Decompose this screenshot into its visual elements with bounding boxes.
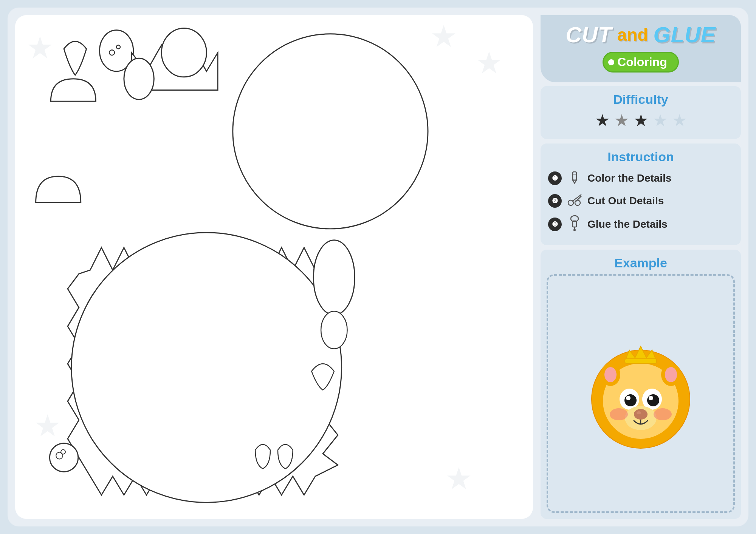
step-2-text: Cut Out Details bbox=[587, 195, 664, 207]
step-3-text: Glue the Details bbox=[587, 218, 668, 230]
difficulty-label: Difficulty bbox=[547, 92, 735, 107]
title-block: CUT and GLUE Coloring bbox=[541, 15, 741, 82]
star-5: ★ bbox=[672, 111, 687, 130]
star-4: ★ bbox=[653, 111, 668, 130]
svg-point-3 bbox=[161, 28, 206, 77]
step-3-item: ❸ Glue the Details bbox=[548, 215, 733, 234]
step-3-num: ❸ bbox=[548, 218, 562, 231]
svg-point-39 bbox=[634, 409, 648, 420]
coloring-label: Coloring bbox=[617, 55, 667, 69]
step-1-num: ❶ bbox=[548, 171, 562, 185]
svg-point-11 bbox=[61, 450, 65, 454]
pencil-icon bbox=[567, 170, 582, 187]
step-1-item: ❶ Color the Details bbox=[548, 170, 733, 187]
svg-point-5 bbox=[71, 233, 342, 503]
svg-point-8 bbox=[321, 311, 347, 349]
svg-point-35 bbox=[647, 394, 659, 406]
and-title: and bbox=[617, 25, 648, 45]
svg-point-7 bbox=[313, 240, 355, 315]
step-2-item: ❷ Cut Out Details bbox=[548, 192, 733, 210]
main-container: ★ ★ ★ ★ ★ ★ bbox=[8, 8, 748, 526]
svg-point-4 bbox=[124, 58, 154, 99]
svg-point-40 bbox=[637, 411, 641, 414]
svg-point-1 bbox=[109, 50, 115, 55]
svg-point-43 bbox=[654, 408, 672, 420]
svg-point-6 bbox=[233, 34, 428, 229]
instruction-label: Instruction bbox=[548, 150, 733, 164]
coloring-badge: Coloring bbox=[603, 52, 679, 73]
star-3: ★ bbox=[634, 111, 648, 130]
example-label: Example bbox=[614, 256, 667, 270]
stars-row: ★ ★ ★ ★ ★ bbox=[547, 111, 735, 130]
svg-point-42 bbox=[610, 408, 628, 420]
left-panel: ★ ★ ★ ★ ★ ★ bbox=[15, 15, 533, 519]
step-1-text: Color the Details bbox=[587, 172, 671, 184]
star-1: ★ bbox=[595, 111, 610, 130]
scissors-icon bbox=[567, 192, 582, 210]
instruction-section: Instruction ❶ Color the Details ❷ bbox=[541, 144, 741, 245]
svg-marker-13 bbox=[573, 180, 576, 183]
svg-point-34 bbox=[624, 394, 637, 406]
svg-point-22 bbox=[573, 229, 576, 231]
example-section: Example bbox=[541, 250, 741, 519]
step-2-num: ❷ bbox=[548, 194, 562, 208]
svg-rect-31 bbox=[625, 359, 657, 363]
svg-point-29 bbox=[665, 367, 677, 382]
example-box bbox=[547, 274, 735, 513]
right-panel: CUT and GLUE Coloring Difficulty ★ ★ ★ ★… bbox=[537, 8, 748, 526]
svg-point-37 bbox=[649, 396, 653, 400]
svg-rect-12 bbox=[573, 172, 576, 180]
glue-icon bbox=[567, 215, 582, 234]
svg-point-27 bbox=[604, 367, 617, 382]
glue-title: GLUE bbox=[653, 22, 716, 47]
svg-point-9 bbox=[50, 443, 78, 472]
star-2: ★ bbox=[614, 111, 629, 130]
cut-title: CUT bbox=[565, 22, 612, 47]
coloring-svg bbox=[15, 15, 533, 515]
lion-illustration bbox=[576, 329, 705, 458]
svg-point-16 bbox=[575, 200, 580, 205]
svg-point-2 bbox=[116, 45, 120, 49]
svg-marker-30 bbox=[626, 346, 656, 360]
svg-point-36 bbox=[626, 396, 631, 400]
title-line: CUT and GLUE bbox=[550, 22, 732, 47]
difficulty-section: Difficulty ★ ★ ★ ★ ★ bbox=[541, 86, 741, 139]
